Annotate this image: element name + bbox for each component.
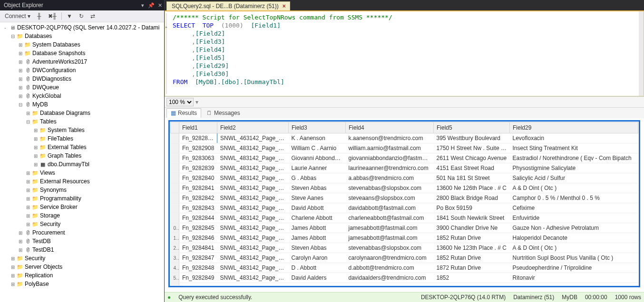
cell[interactable]: 1852 Rutan Drive [434, 253, 510, 263]
cell[interactable]: jamesabbott@fastmail.com [346, 233, 434, 243]
cell[interactable]: Po Box 59159 [434, 203, 510, 213]
expand-icon[interactable]: ⊞ [17, 247, 24, 253]
table-row[interactable]: 2Fn_9284841SNWL_483142_Page_5658Steven A… [171, 243, 638, 253]
cell[interactable]: SNWL_483142_Page_5658 [217, 203, 289, 213]
cell[interactable]: SNWL_483142_Page_5659 [217, 283, 289, 286]
tree-node[interactable]: ⊞📁Database Diagrams [0, 109, 164, 117]
cell[interactable]: steveaans@slopsbox.com [346, 193, 434, 203]
cell[interactable]: Sulfamethoxazole / Trimethoprim [510, 283, 638, 286]
cell[interactable]: 1750 H Street Nw . Suite 500 [434, 143, 510, 153]
cell[interactable]: Fn_9282847 [179, 253, 217, 263]
tree-node[interactable]: ⊞📁Security [0, 254, 164, 263]
expand-icon[interactable]: ⊞ [25, 196, 31, 201]
column-header[interactable]: Field29 [510, 123, 638, 133]
close-panel-icon[interactable]: ✕ [158, 2, 162, 8]
expand-icon[interactable]: ⊞ [17, 230, 24, 236]
cell[interactable]: SNWL_483142_Page_5567 [217, 143, 289, 153]
zoom-select[interactable]: 100 % [166, 98, 194, 106]
table-row[interactable]: Fn_9282842SNWL_483142_Page_5658Steve Aan… [171, 193, 638, 203]
expand-icon[interactable]: - [2, 25, 9, 30]
pin-icon[interactable]: 📌 [148, 2, 155, 8]
cell[interactable]: G . Abbas [289, 173, 346, 183]
expand-icon[interactable]: ⊞ [17, 239, 24, 244]
cell[interactable]: SNWL_483142_Page_5658 [217, 183, 289, 193]
cell[interactable]: Camphor 0 . 5 % / Menthol 0 . 5 % [510, 193, 638, 203]
cell[interactable]: Fn_9282850 [179, 283, 217, 286]
column-header[interactable]: Field3 [289, 123, 346, 133]
table-row[interactable]: 3Fn_9282847SNWL_483142_Page_5659Carolyn … [171, 253, 638, 263]
cell[interactable]: Physostigmine Salicylate [510, 163, 638, 173]
cell[interactable]: Levofloxacin [510, 133, 638, 143]
cell[interactable]: Nurtrition Supl Boost Plus Vanilla ( Otc… [510, 253, 638, 263]
cell[interactable]: 2800 Black Bridge Road [434, 193, 510, 203]
cell[interactable]: Donna Abbott [289, 283, 346, 286]
cell[interactable]: 1852 [434, 273, 510, 283]
cell[interactable]: Steven Abbas [289, 183, 346, 193]
stop-icon[interactable]: ✖╫ [46, 11, 59, 21]
cell[interactable]: 395 Westtbury Boulevard [434, 133, 510, 143]
table-row[interactable]: 5Fn_9282849SNWL_483142_Page_5659David Aa… [171, 273, 638, 283]
expand-icon[interactable]: ⊞ [17, 68, 24, 73]
tree-node[interactable]: ⊞🛢TestDB [0, 237, 164, 245]
cell[interactable]: 1852 Rutan Drive [434, 233, 510, 243]
expand-icon[interactable]: ⊞ [10, 264, 16, 270]
cell[interactable]: 2611 West Chicago Avenue [434, 153, 510, 163]
cell[interactable]: Fn_9284841 [179, 243, 217, 253]
cell[interactable]: jamesabbott@fastmail.com [346, 223, 434, 233]
tree-node[interactable]: ⊞📁Storage [0, 211, 164, 220]
table-row[interactable]: Fn_9283063SNWL_483142_Page_5588Giovanni … [171, 153, 638, 163]
cell[interactable]: Enfuvirtide [510, 213, 638, 223]
expand-icon[interactable]: ⊞ [17, 94, 24, 99]
cell[interactable]: davidaalders@trendmicro.com [346, 273, 434, 283]
editor-scrollbar[interactable] [639, 11, 644, 96]
tree-node[interactable]: ⊞🛢DWQueue [0, 83, 164, 92]
cell[interactable]: d.abbott@trendmicro.com [346, 263, 434, 273]
tree-node[interactable]: ⊞📁Programmability [0, 194, 164, 203]
cell[interactable]: William C . Aarnio [289, 143, 346, 153]
cell[interactable]: SNWL_483142_Page_5658 [217, 193, 289, 203]
cell[interactable]: K . Aanenson [289, 133, 346, 143]
cell[interactable]: Cefixime [510, 203, 638, 213]
cell[interactable]: Fn_9282843 [179, 203, 217, 213]
sql-editor[interactable]: /****** Script for SelectTopNRows comman… [165, 10, 644, 96]
cell[interactable]: Fn_9282844 [179, 213, 217, 223]
tree-node[interactable]: ⊟📁Tables [0, 117, 164, 126]
tree-node[interactable]: ⊞📁Server Objects [0, 263, 164, 271]
cell[interactable]: 4151 East Street Road [434, 163, 510, 173]
cell[interactable]: 3900 Chandler Drive Ne [434, 223, 510, 233]
cell[interactable]: Steven Abbas [289, 243, 346, 253]
expand-icon[interactable]: ⊞ [17, 76, 24, 82]
cell[interactable]: 13600 Ne 126th Place . # C [434, 183, 510, 193]
tab-results[interactable]: ▦ Results [166, 108, 201, 118]
tree-node[interactable]: ⊞📁System Databases [0, 40, 164, 49]
cell[interactable]: Fn_9282849 [179, 273, 217, 283]
cell[interactable]: SNWL_483142_Page_5658 [217, 163, 289, 173]
cell[interactable]: Fn_9283063 [179, 153, 217, 163]
refresh-icon[interactable]: ↻ [77, 11, 86, 21]
expand-icon[interactable]: ⊞ [25, 111, 31, 116]
expand-icon[interactable]: ⊞ [25, 213, 31, 218]
tree-node[interactable]: ⊞🛢KyckGlobal [0, 92, 164, 100]
tree-node[interactable]: ⊞📁Views [0, 169, 164, 177]
filter-icon[interactable]: ▼ [65, 11, 74, 21]
cell[interactable]: k.aanenson@trendmicro.com [346, 133, 434, 143]
expand-icon[interactable]: ⊞ [32, 136, 39, 142]
column-header[interactable]: Field5 [434, 123, 510, 133]
cell[interactable]: donnaabbott@trendmicro.com [346, 283, 434, 286]
cell[interactable]: Ritonavir [510, 273, 638, 283]
table-row[interactable]: Fn_9282863SNWL_463142_Page_5661K . Aanen… [171, 133, 638, 143]
expand-icon[interactable]: ⊞ [32, 145, 39, 150]
cell[interactable]: David Abbott [289, 203, 346, 213]
tree-node[interactable]: ⊞📁Security [0, 220, 164, 228]
cell[interactable]: Insect Sting Treatment Kit [510, 143, 638, 153]
cell[interactable]: SNWL_483142_Page_5658 [217, 233, 289, 243]
cell[interactable]: william.aarnio@fastmail.com [346, 143, 434, 153]
cell[interactable]: Salicylic Acid / Sulfur [510, 173, 638, 183]
cell[interactable]: davidabbott@fastmail.com [346, 203, 434, 213]
tree-node[interactable]: ⊞📁Replication [0, 271, 164, 280]
cell[interactable]: Giovanni Abbondanzio [289, 153, 346, 163]
connect-button[interactable]: Connect ▾ [3, 11, 32, 21]
expand-icon[interactable]: ⊞ [17, 59, 24, 65]
tree-node[interactable]: ⊞📁Graph Tables [0, 151, 164, 160]
cell[interactable]: Fn_9282908 [179, 143, 217, 153]
